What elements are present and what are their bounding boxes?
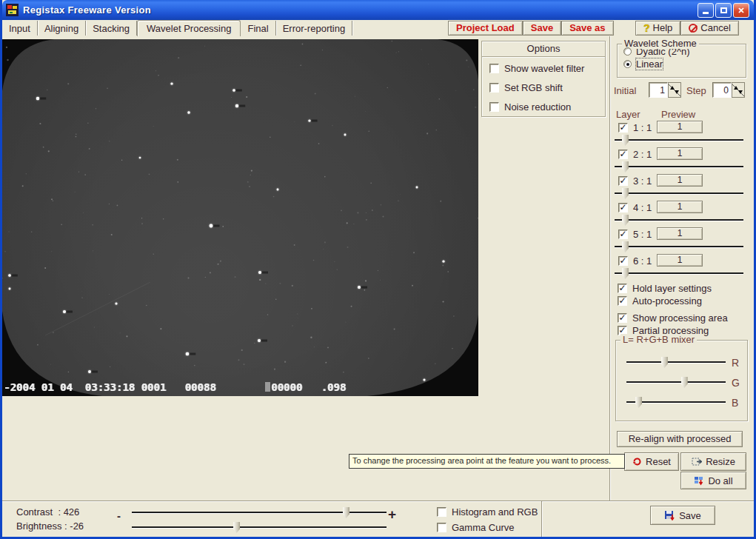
- option-noise-reduction[interactable]: Noise reduction: [489, 101, 605, 113]
- layer-1-preview-button[interactable]: 1: [657, 121, 703, 133]
- realign-button[interactable]: Re-align with processed: [617, 431, 743, 447]
- radio-linear-label: Linear: [636, 58, 663, 70]
- mixer-slider-r-thumb[interactable]: [661, 357, 668, 368]
- layer-4-preview-button[interactable]: 1: [657, 201, 703, 213]
- tab-error-reporting[interactable]: Error-reporting: [276, 21, 353, 36]
- option-show-wavelet-filter[interactable]: Show wavelet filter: [489, 62, 605, 74]
- initial-value[interactable]: 1: [649, 82, 668, 98]
- toggle-hold-layer-settings-box: ✓: [618, 284, 627, 293]
- mixer-row-b: B: [626, 397, 737, 408]
- layer-5-enable-label: 5 : 1: [633, 229, 652, 240]
- layer-row-6: ✓6 : 11: [615, 254, 746, 281]
- layer-row-1: ✓1 : 11: [615, 121, 746, 147]
- cancel-button[interactable]: Cancel: [680, 21, 738, 36]
- mixer-slider-r[interactable]: [626, 357, 726, 368]
- brightness-slider[interactable]: [132, 522, 387, 533]
- layer-2-enable[interactable]: ✓2 : 1: [618, 148, 652, 160]
- layer-5-slider[interactable]: [615, 241, 743, 252]
- layer-4-slider-thumb[interactable]: [622, 215, 629, 226]
- layer-4-enable[interactable]: ✓4 : 1: [618, 201, 652, 213]
- layer-6-preview-button[interactable]: 1: [657, 254, 703, 267]
- tab-final[interactable]: Final: [241, 21, 275, 36]
- layer-3-slider-thumb[interactable]: [622, 188, 629, 199]
- tab-aligning[interactable]: Aligning: [38, 21, 86, 36]
- timestamp-left: -2004 01 04 03:33:18 0001 00088: [4, 381, 216, 393]
- mixer-slider-b-thumb[interactable]: [635, 397, 642, 408]
- minimize-button[interactable]: [698, 3, 714, 18]
- layer-3-preview-button[interactable]: 1: [657, 174, 703, 187]
- layer-1-slider[interactable]: [615, 135, 743, 146]
- layer-1-enable[interactable]: ✓1 : 1: [618, 121, 652, 133]
- save-top-button[interactable]: Save: [523, 21, 561, 36]
- layer-3-enable[interactable]: ✓3 : 1: [618, 175, 652, 187]
- save-bottom-button[interactable]: Save: [650, 506, 715, 525]
- layer-row-3: ✓3 : 11: [615, 174, 746, 201]
- layer-2-slider[interactable]: [615, 161, 743, 173]
- options-list: Show wavelet filterSet RGB shiftNoise re…: [482, 57, 605, 113]
- help-button[interactable]: ? Help: [635, 21, 680, 36]
- contrast-slider-thumb[interactable]: [343, 507, 349, 518]
- tab-input[interactable]: Input: [2, 21, 38, 36]
- radio-linear[interactable]: Linear: [623, 58, 746, 70]
- option-set-rgb-shift-label: Set RGB shift: [504, 82, 563, 93]
- step-value[interactable]: 0: [712, 82, 732, 98]
- layer-2-slider-track: [615, 166, 743, 167]
- layer-2-enable-box: ✓: [618, 150, 628, 159]
- layer-3-slider[interactable]: [615, 188, 743, 199]
- layer-row-2: ✓2 : 11: [615, 147, 746, 174]
- layer-2-slider-thumb[interactable]: [622, 161, 629, 173]
- option-set-rgb-shift[interactable]: Set RGB shift: [489, 81, 605, 93]
- bottom-bar: Contrast : 426 Brightness : -26 - + Hist…: [2, 500, 754, 537]
- layer-rows: ✓1 : 11✓2 : 11✓3 : 11✓4 : 11✓5 : 11✓6 : …: [615, 121, 746, 281]
- wavelet-scheme-options: Dyadic (2^n)Linear: [618, 46, 746, 70]
- layer-4-slider[interactable]: [615, 215, 743, 226]
- spin-down-icon: [738, 90, 743, 94]
- initial-spin-buttons[interactable]: [668, 82, 681, 98]
- layer-2-preview-button[interactable]: 1: [657, 147, 703, 160]
- step-spinner: 0: [712, 82, 745, 98]
- file-actions: Project Load Save Save as: [448, 21, 614, 36]
- preview-image[interactable]: [2, 39, 478, 396]
- step-spin-buttons[interactable]: [732, 82, 745, 98]
- save-as-button[interactable]: Save as: [561, 21, 613, 36]
- toggle-gamma-curve[interactable]: Gamma Curve: [437, 521, 538, 533]
- maximize-button[interactable]: [715, 3, 732, 18]
- wavelet-scheme-group: Wavelet Scheme Dyadic (2^n)Linear: [617, 44, 746, 78]
- toggle-histogram-and-rgb[interactable]: Histogram and RGB: [437, 506, 538, 518]
- toggle-auto-processing[interactable]: ✓Auto-processing: [618, 295, 712, 307]
- layer-1-slider-thumb[interactable]: [622, 135, 629, 146]
- tab-stacking[interactable]: Stacking: [86, 21, 137, 36]
- reset-button[interactable]: Reset: [624, 452, 679, 471]
- project-load-button[interactable]: Project Load: [448, 21, 523, 36]
- layer-5-slider-thumb[interactable]: [622, 241, 629, 252]
- processing-area-tooltip: To change the processing area point at t…: [349, 454, 625, 469]
- layer-6-slider[interactable]: [615, 268, 743, 279]
- mixer-slider-g-thumb[interactable]: [681, 377, 688, 388]
- mixer-slider-g[interactable]: [626, 377, 726, 388]
- layer-4-enable-box: ✓: [618, 203, 628, 212]
- do-all-button[interactable]: Do all: [680, 472, 746, 489]
- contrast-value: 426: [64, 505, 80, 519]
- title-bar: Registax Freeware Version ✕: [2, 0, 754, 20]
- brightness-slider-thumb[interactable]: [233, 522, 240, 533]
- layer-6-enable-label: 6 : 1: [633, 255, 652, 267]
- toggle-show-processing-area[interactable]: ✓Show processing area: [618, 312, 728, 324]
- mixer-slider-b[interactable]: [626, 397, 726, 408]
- adjustment-labels: Contrast : 426 Brightness : -26: [16, 505, 84, 533]
- layer-1-enable-box: ✓: [618, 123, 628, 133]
- layer-5-preview-button[interactable]: 1: [657, 227, 703, 240]
- layer-6-enable[interactable]: ✓6 : 1: [618, 255, 652, 267]
- resize-button[interactable]: Resize: [680, 452, 746, 471]
- toggle-hold-layer-settings[interactable]: ✓Hold layer settings: [618, 282, 712, 294]
- tab-wavelet-processing[interactable]: Wavelet Processing: [137, 20, 241, 37]
- layer-6-slider-track: [615, 272, 743, 274]
- close-button[interactable]: ✕: [733, 3, 749, 18]
- resize-label: Resize: [706, 456, 735, 467]
- contrast-readout: Contrast : 426: [16, 505, 84, 519]
- layer-5-enable-box: ✓: [618, 230, 628, 239]
- contrast-slider[interactable]: [132, 507, 387, 518]
- layer-6-slider-thumb[interactable]: [622, 268, 629, 279]
- radio-dyadic-2-n-circle: [623, 47, 632, 56]
- layer-5-enable[interactable]: ✓5 : 1: [618, 228, 652, 240]
- cancel-icon: [689, 24, 698, 33]
